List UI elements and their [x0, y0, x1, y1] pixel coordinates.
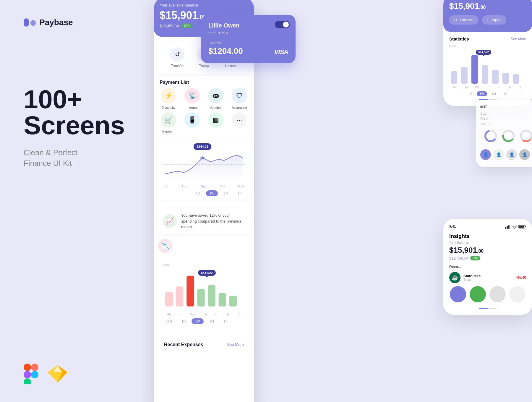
starbucks-name: Starbucks — [463, 274, 513, 278]
svg-rect-27 — [471, 55, 478, 84]
scroll-indicator — [479, 99, 497, 100]
payment-merch[interactable]: 🛒 Mercha... — [158, 112, 179, 134]
table-icon: ▦ — [208, 112, 223, 128]
card-toggle[interactable] — [275, 21, 290, 28]
stats-time-filters: 1D 1W 1M 1Y — [449, 91, 526, 96]
insights-title: Insights — [449, 233, 526, 239]
more-icon: ··· — [232, 112, 247, 128]
visa-logo: VISA — [274, 48, 288, 56]
payment-assurance[interactable]: 🛡 Assurance — [229, 88, 250, 109]
svg-point-17 — [200, 156, 205, 160]
svg-rect-44 — [519, 226, 524, 228]
partial-time: 9:47 — [480, 105, 532, 108]
svg-rect-21 — [197, 289, 205, 307]
chart-x-labels: Jul Aug Sep Oct Nov — [163, 182, 245, 188]
line-chart-section: $244.21 Jul Aug Sep Oct Nov 1D 1W 1M 1Y — [154, 138, 254, 207]
stats-title: Statistics — [449, 36, 469, 41]
phone-partial-right: 9:47 Stat... Cate... Last 7... 👤 👤 👤 👤 — [476, 100, 532, 167]
insight-text: You have saved 12% of your spending comp… — [181, 213, 245, 230]
headline: 100+ Screens — [24, 86, 118, 138]
filter-1m[interactable]: 1M — [220, 190, 232, 196]
scroll-thumb — [479, 99, 488, 100]
logo-icon — [24, 18, 36, 27]
stats-topup-btn[interactable]: ↑ Topup — [482, 15, 506, 25]
donut-chart-1 — [483, 129, 498, 143]
insights-scroll-indicator — [479, 308, 497, 309]
payment-internet[interactable]: 📡 Internet — [182, 88, 202, 109]
payment-table[interactable]: ▦ — [205, 112, 226, 134]
payment-voucher[interactable]: 🎟 Voucher — [205, 88, 226, 109]
left-panel: Paybase 100+ Screens Clean & Perfect Fin… — [0, 0, 142, 402]
payment-grid: ⚡ Electricity 📡 Internet 🎟 Voucher 🛡 Ass… — [154, 88, 254, 138]
line-chart-area: $244.21 Jul Aug Sep Oct Nov 1D 1W 1M 1Y — [158, 141, 250, 201]
bar-filter-1d[interactable]: 1D — [178, 318, 189, 324]
payment-electricity[interactable]: ⚡ Electricity — [158, 88, 179, 109]
insights-scroll-thumb — [479, 308, 488, 309]
bar-filter-1y[interactable]: 1Y — [220, 318, 231, 324]
history-label: History — [225, 64, 236, 68]
subtitle: Clean & Perfect Finance UI Kit — [24, 147, 118, 169]
payment-more[interactable]: ··· — [229, 112, 250, 134]
assurance-icon: 🛡 — [232, 88, 247, 103]
donut-chart-3 — [519, 129, 532, 143]
svg-rect-29 — [492, 70, 499, 84]
partial-last-label: Last 7... — [480, 122, 532, 126]
recent-label: Reco... — [449, 265, 526, 269]
avatar-3: 👤 — [506, 149, 517, 160]
card-balance-label: Balance — [208, 41, 288, 45]
right-panel: $15,901.00 ↺ Transfer ↑ Topup Statistics… — [349, 0, 532, 402]
avatar-2: 👤 — [493, 149, 504, 160]
status-time: 9:41 — [449, 225, 456, 229]
insight-up-icon: 📈 — [163, 214, 177, 228]
voucher-icon: 🎟 — [208, 88, 223, 103]
mobile-icon: 📱 — [184, 112, 200, 128]
bar-filter-1m[interactable]: 1M — [206, 318, 218, 324]
saving-circle-green — [470, 286, 486, 302]
filter-1y[interactable]: 1Y — [234, 190, 245, 196]
payment-list-header: Payment List — [154, 74, 254, 88]
stats-see-more[interactable]: See More — [511, 37, 526, 41]
stats-transfer-btn[interactable]: ↺ Transfer — [449, 15, 479, 25]
avatar-4: 👤 — [519, 149, 530, 160]
logo-area: Paybase — [24, 18, 118, 27]
bar-filter-12h[interactable]: 12H — [163, 318, 176, 324]
avatar-1: 👤 — [480, 149, 491, 160]
filter-1d[interactable]: 1D — [192, 190, 204, 196]
recent-expenses-title: Recent Expenses — [164, 342, 203, 347]
saving-circle-gray — [489, 286, 506, 302]
svg-rect-28 — [482, 65, 488, 84]
merch-icon: 🛒 — [161, 112, 176, 128]
bar-x-labels: Mo Tu We Th Fr Sa Su — [163, 311, 245, 316]
svg-rect-31 — [513, 74, 519, 84]
svg-point-4 — [31, 371, 38, 378]
down-arrow-icon: 📉 — [158, 239, 172, 253]
starbucks-item: ☕ Starbucks Today -$5.40 — [449, 272, 526, 283]
bar-filter-1w[interactable]: 1W — [192, 318, 204, 324]
transfer-label: Transfer — [171, 64, 184, 68]
see-more-link[interactable]: See More — [227, 342, 244, 347]
donut-chart-2 — [501, 129, 516, 143]
line-chart-time-filters: 1D 1W 1M 1Y — [163, 188, 245, 196]
balance-label: Your available balance — [160, 3, 248, 7]
avatar-row: 👤 👤 👤 👤 — [480, 146, 532, 163]
insight-down-row: 📉 — [154, 239, 254, 256]
payment-mobile[interactable]: 📱 — [182, 112, 202, 134]
transfer-icon: ↺ — [170, 47, 184, 61]
filter-1w[interactable]: 1W — [206, 190, 218, 196]
line-chart-svg — [163, 145, 245, 181]
tool-icons — [24, 364, 118, 384]
svg-rect-26 — [461, 67, 468, 84]
total-balance-label: Total Balance — [449, 241, 526, 244]
svg-rect-22 — [208, 285, 215, 306]
bar-chart-container: $41,522 — [163, 268, 245, 311]
starbucks-amount: -$5.40 — [516, 275, 526, 280]
stats-title-row: Statistics See More — [449, 36, 526, 41]
svg-rect-25 — [451, 71, 457, 84]
svg-rect-43 — [525, 226, 526, 227]
change-badge-2: 10% — [470, 256, 480, 260]
stats-balance: $15,901.00 — [449, 1, 526, 11]
phone-stats: $15,901.00 ↺ Transfer ↑ Topup Statistics… — [443, 0, 532, 106]
action-transfer[interactable]: ↺ Transfer — [170, 47, 184, 68]
topup-label: Topup — [199, 64, 209, 68]
svg-rect-24 — [229, 296, 237, 306]
